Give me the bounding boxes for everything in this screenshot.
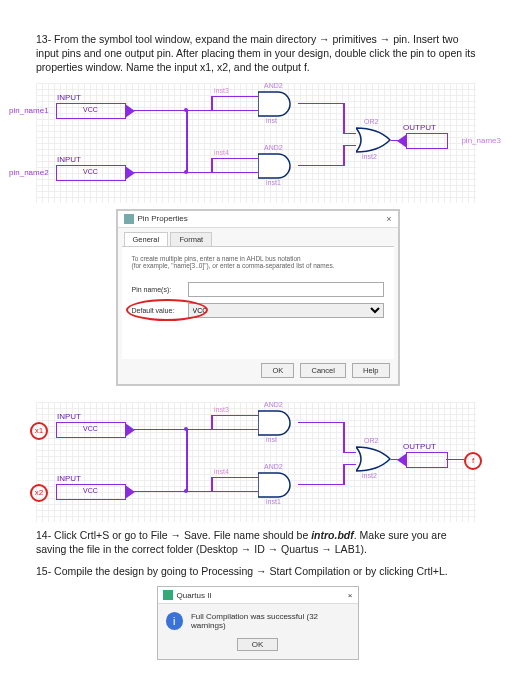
and-gate-label: AND2 xyxy=(264,401,283,408)
vcc-label: VCC xyxy=(83,168,98,175)
input-label: INPUT xyxy=(57,93,81,102)
quartus-icon xyxy=(163,590,173,600)
or-gate[interactable]: OR2 inst2 xyxy=(356,446,394,472)
and-gate-label: AND2 xyxy=(264,144,283,151)
tab-format[interactable]: Format xyxy=(170,232,212,246)
and-gate-bottom[interactable]: AND2 inst1 xyxy=(258,153,298,179)
default-value-label: Default value: xyxy=(132,307,188,314)
inst-label: inst1 xyxy=(266,179,281,186)
and-gate-label: AND2 xyxy=(264,463,283,470)
compilation-message-dialog: Quartus II × i Full Compilation was succ… xyxy=(157,586,359,660)
inst-label: inst3 xyxy=(214,87,229,94)
pin2-name: pin_name2 xyxy=(9,168,49,177)
msgbox-message: Full Compilation was successful (32 warn… xyxy=(191,612,350,630)
inst-label: inst3 xyxy=(214,406,229,413)
or-gate[interactable]: OR2 inst2 xyxy=(356,127,394,153)
schematic-diagram-named: x1 x2 f INPUT VCC INPUT VCC OUTPUT AND2 … xyxy=(36,402,476,522)
msgbox-title: Quartus II xyxy=(177,591,212,600)
dialog-icon xyxy=(124,214,134,224)
pin-name-field[interactable] xyxy=(188,282,384,297)
input-pin-2[interactable]: pin_name2 INPUT VCC xyxy=(56,165,126,181)
and-gate-top[interactable]: AND2 inst xyxy=(258,410,298,436)
pin1-name: pin_name1 xyxy=(9,106,49,115)
dialog-title: Pin Properties xyxy=(138,214,188,223)
inst-label: inst1 xyxy=(266,498,281,505)
inst-label: inst2 xyxy=(362,472,377,479)
step-15-text: 15- Compile the design by going to Proce… xyxy=(36,564,479,578)
close-icon[interactable]: × xyxy=(348,591,353,600)
output-label: OUTPUT xyxy=(403,123,436,132)
dialog-hint: To create multiple pins, enter a name in… xyxy=(132,255,384,271)
input-label: INPUT xyxy=(57,474,81,483)
input-pin-x1[interactable]: INPUT VCC xyxy=(56,422,126,438)
and-gate-top[interactable]: AND2 inst xyxy=(258,91,298,117)
or-gate-label: OR2 xyxy=(364,118,378,125)
pin-name-label: Pin name(s): xyxy=(132,286,188,293)
default-value-select[interactable]: VCC xyxy=(188,303,384,318)
info-icon: i xyxy=(166,612,183,630)
input-label: INPUT xyxy=(57,412,81,421)
schematic-diagram-generic: pin_name1 INPUT VCC pin_name2 INPUT VCC … xyxy=(36,83,476,203)
x2-marker: x2 xyxy=(30,484,48,502)
step-13-text: 13- From the symbol tool window, expand … xyxy=(36,32,479,75)
output-pin-f[interactable]: OUTPUT xyxy=(406,452,448,468)
filename-text: intro.bdf xyxy=(311,529,354,541)
f-marker: f xyxy=(464,452,482,470)
input-pin-1[interactable]: pin_name1 INPUT VCC xyxy=(56,103,126,119)
input-pin-x2[interactable]: INPUT VCC xyxy=(56,484,126,500)
ok-button[interactable]: OK xyxy=(237,638,279,651)
pin-properties-dialog: Pin Properties × General Format To creat… xyxy=(116,209,400,386)
inst-label: inst4 xyxy=(214,468,229,475)
inst-label: inst xyxy=(266,436,277,443)
output-pin[interactable]: OUTPUT pin_name3 xyxy=(406,133,448,149)
vcc-label: VCC xyxy=(83,106,98,113)
close-icon[interactable]: × xyxy=(386,214,391,224)
tab-general[interactable]: General xyxy=(124,232,169,246)
help-button[interactable]: Help xyxy=(352,363,389,378)
or-gate-label: OR2 xyxy=(364,437,378,444)
inst-label: inst xyxy=(266,117,277,124)
vcc-label: VCC xyxy=(83,425,98,432)
cancel-button[interactable]: Cancel xyxy=(300,363,345,378)
inst-label: inst4 xyxy=(214,149,229,156)
and-gate-label: AND2 xyxy=(264,82,283,89)
ok-button[interactable]: OK xyxy=(261,363,294,378)
x1-marker: x1 xyxy=(30,422,48,440)
step-14-text: 14- Click Crtl+S or go to File → Save. F… xyxy=(36,528,479,556)
and-gate-bottom[interactable]: AND2 inst1 xyxy=(258,472,298,498)
input-label: INPUT xyxy=(57,155,81,164)
output-label: OUTPUT xyxy=(403,442,436,451)
vcc-label: VCC xyxy=(83,487,98,494)
inst-label: inst2 xyxy=(362,153,377,160)
pinout-name: pin_name3 xyxy=(461,136,501,145)
